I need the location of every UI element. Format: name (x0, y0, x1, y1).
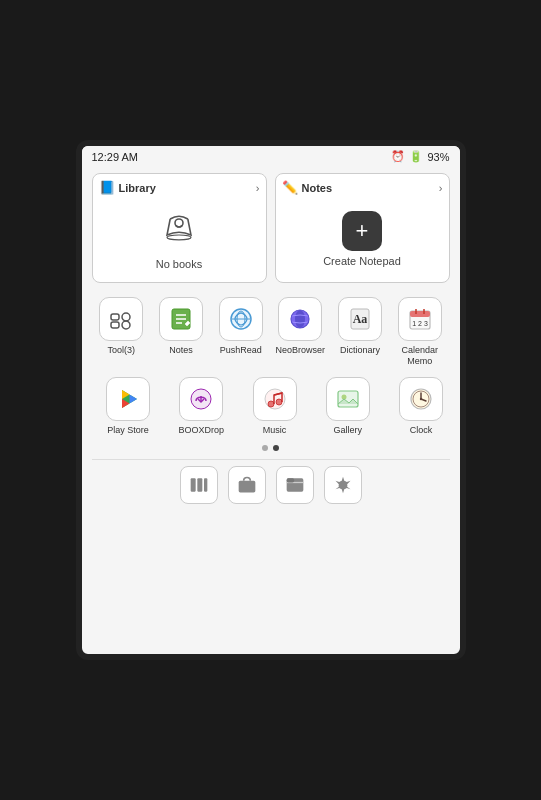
gallery-label: Gallery (333, 425, 362, 436)
app-item-music[interactable]: Music (246, 377, 303, 436)
app-item-playstore[interactable]: Play Store (100, 377, 157, 436)
notes-widget-title: ✏️ Notes (282, 180, 333, 195)
library-body-label: No books (156, 258, 202, 270)
svg-rect-42 (204, 479, 207, 492)
dock-files[interactable] (276, 466, 314, 504)
dock (92, 459, 450, 508)
dictionary-label: Dictionary (340, 345, 380, 356)
no-books-icon (159, 207, 199, 254)
music-label: Music (263, 425, 287, 436)
alarm-icon: ⏰ (391, 150, 405, 163)
status-bar: 12:29 AM ⏰ 🔋 93% (82, 146, 460, 167)
app-item-gallery[interactable]: Gallery (319, 377, 376, 436)
svg-text:1 2 3: 1 2 3 (412, 320, 428, 327)
library-widget-title: 📘 Library (99, 180, 156, 195)
library-icon: 📘 (99, 180, 115, 195)
app-row-1: Tool(3) Notes (92, 297, 450, 367)
svg-rect-33 (338, 391, 358, 407)
notes-icon: ✏️ (282, 180, 298, 195)
status-right: ⏰ 🔋 93% (391, 150, 449, 163)
notes-widget[interactable]: ✏️ Notes › + Create Notepad (275, 173, 450, 283)
svg-point-0 (167, 235, 191, 240)
dock-settings[interactable] (324, 466, 362, 504)
pushread-label: PushRead (220, 345, 262, 356)
dock-store[interactable] (228, 466, 266, 504)
library-widget-body: No books (99, 201, 260, 276)
notes-arrow: › (439, 182, 443, 194)
device-frame: 12:29 AM ⏰ 🔋 93% 📘 Library › (76, 140, 466, 660)
app-item-clock[interactable]: Clock (392, 377, 449, 436)
svg-point-39 (420, 397, 422, 399)
time-display: 12:29 AM (92, 151, 138, 163)
create-notepad-button[interactable]: + (342, 211, 382, 251)
svg-text:Aa: Aa (353, 312, 368, 326)
battery-icon: 🔋 (409, 150, 423, 163)
library-widget[interactable]: 📘 Library › (92, 173, 267, 283)
svg-marker-26 (130, 394, 138, 403)
svg-rect-43 (238, 481, 255, 493)
page-dot-1[interactable] (262, 445, 268, 451)
svg-rect-3 (111, 322, 119, 328)
notes-body-label: Create Notepad (323, 255, 401, 267)
home-screen: 📘 Library › (82, 167, 460, 654)
dock-library[interactable] (180, 466, 218, 504)
neobrowser-icon (278, 297, 322, 341)
battery-percent: 93% (427, 151, 449, 163)
neobrowser-label: NeoBrowser (276, 345, 326, 356)
svg-rect-41 (197, 479, 202, 492)
page-dot-2[interactable] (273, 445, 279, 451)
app-item-tool3[interactable]: Tool(3) (92, 297, 152, 356)
pushread-icon (219, 297, 263, 341)
calendar-label: Calendar Memo (390, 345, 450, 367)
app-item-calendar[interactable]: 1 2 3 Calendar Memo (390, 297, 450, 367)
library-arrow: › (256, 182, 260, 194)
svg-rect-45 (286, 479, 294, 483)
app-item-neobrowser[interactable]: NeoBrowser (271, 297, 331, 356)
svg-rect-40 (190, 479, 195, 492)
app-row-2: Play Store BOOXDrop (92, 377, 450, 436)
notes-widget-body[interactable]: + Create Notepad (282, 201, 443, 276)
notes-widget-header: ✏️ Notes › (282, 180, 443, 195)
svg-point-30 (268, 401, 274, 407)
app-grid: Tool(3) Notes (92, 297, 450, 435)
svg-point-4 (122, 313, 130, 321)
app-item-notes[interactable]: Notes (151, 297, 211, 356)
playstore-label: Play Store (107, 425, 149, 436)
page-dots (92, 445, 450, 451)
app-item-booxdrop[interactable]: BOOXDrop (173, 377, 230, 436)
notes-app-label: Notes (169, 345, 193, 356)
notes-app-icon (159, 297, 203, 341)
widgets-row: 📘 Library › (92, 173, 450, 283)
svg-rect-2 (111, 314, 119, 320)
app-item-dictionary[interactable]: Aa Dictionary (330, 297, 390, 356)
tool3-label: Tool(3) (108, 345, 136, 356)
library-widget-header: 📘 Library › (99, 180, 260, 195)
gallery-icon (326, 377, 370, 421)
calendar-icon: 1 2 3 (398, 297, 442, 341)
clock-icon (399, 377, 443, 421)
svg-rect-19 (410, 311, 430, 317)
svg-point-31 (276, 399, 282, 405)
booxdrop-label: BOOXDrop (179, 425, 225, 436)
svg-point-5 (122, 321, 130, 329)
app-item-pushread[interactable]: PushRead (211, 297, 271, 356)
music-icon (253, 377, 297, 421)
dictionary-icon: Aa (338, 297, 382, 341)
playstore-icon (106, 377, 150, 421)
svg-point-14 (295, 310, 305, 328)
booxdrop-icon (179, 377, 223, 421)
tool3-icon (99, 297, 143, 341)
clock-label: Clock (410, 425, 433, 436)
